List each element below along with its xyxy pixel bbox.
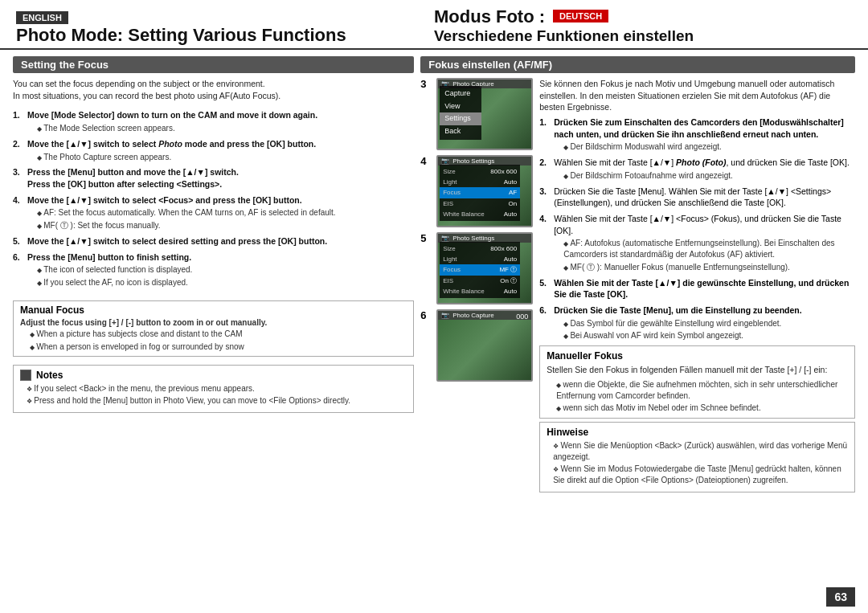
cam6-icon: 📷 [441,312,449,319]
hinweise-title: Hinweise [547,427,848,438]
de-steps-list: 1. Drücken Sie zum Einschalten des Camco… [539,116,855,341]
en-step-1: 1. Move [Mode Selector] down to turn on … [13,109,414,133]
cam5-icon: 📷 [441,235,449,242]
cam-screen-step5: 📷 Photo Settings Size800x 600 LightAuto … [436,232,533,304]
manual-focus-box: Manual Focus Adjust the focus using [+] … [13,300,414,357]
cam-screen-step4: 📷 Photo Settings Size800x 600 LightAuto … [436,155,533,227]
camera-screens: 3 📷 Photo Capture Capture View Settings [420,78,533,492]
modus-foto-line: Modus Foto : DEUTSCH [434,6,852,27]
de-step-5: 5. Wählen Sie mit der Taste [▲/▼] die ge… [539,277,855,300]
de-step-3: 3. Drücken Sie die Taste [Menu]. Wählen … [539,186,855,209]
header-right: Modus Foto : DEUTSCH Verschiedene Funkti… [434,6,852,45]
notes-icon [20,370,31,381]
english-badge: ENGLISH [16,11,434,26]
right-content-area: 3 📷 Photo Capture Capture View Settings [420,78,855,492]
en-step-3: 3. Press the [Menu] button and move the … [13,166,414,190]
en-step-6: 6. Press the [Menu] button to finish set… [13,251,414,288]
en-step-2: 2. Move the [▲/▼] switch to select Photo… [13,138,414,162]
page-number: 63 [826,587,855,607]
notes-item-2: Press and hold the [Menu] button in Phot… [20,395,407,407]
de-lang-badge: DEUTSCH [553,10,608,22]
notes-title: Notes [20,370,407,381]
manual-focus-title: Manual Focus [20,304,407,316]
cam3-menu: Capture View Settings Back [440,86,481,140]
header-left: ENGLISH Photo Mode: Setting Various Func… [16,11,434,45]
en-focus-intro: You can set the focus depending on the s… [13,78,414,101]
de-subtitle: Verschiedene Funktionen einstellen [434,27,852,45]
en-step-4: 4. Move the [▲/▼] switch to select <Focu… [13,194,414,231]
de-step-2: 2. Wählen Sie mit der Taste [▲/▼] Photo … [539,157,855,181]
manueller-fokus-b2: wenn sich das Motiv im Nebel oder im Sch… [547,403,848,414]
cam-screen-step6: 📷 Photo Capture 000 [436,309,533,382]
cam4-icon: 📷 [441,157,449,165]
de-step-4: 4. Wählen Sie mit der Taste [▲/▼] <Focus… [539,213,855,272]
cam-screen-step3: 📷 Photo Capture Capture View Settings Ba… [436,78,533,150]
en-focus-section-header: Setting the Focus [13,56,414,73]
manual-focus-bullet-1: When a picture has subjects close and di… [20,329,407,340]
screen-step-3: 3 📷 Photo Capture Capture View Settings [420,78,533,150]
de-fokus-intro: Sie können den Fokus je nach Motiv und U… [539,78,855,113]
en-main-title: Photo Mode: Setting Various Functions [16,26,434,45]
hinweise-item-1: Wenn Sie die Menüoption <Back> (Zurück) … [547,440,848,462]
manueller-fokus-title: Manueller Fokus [547,350,848,362]
de-text-area: Sie können den Fokus je nach Motiv und U… [539,78,855,492]
manual-focus-text: Adjust the focus using [+] / [-] button … [20,318,407,327]
screen-step-4: 4 📷 Photo Settings Size800x 600 LightAut… [420,155,533,227]
cam5-title: Photo Settings [452,235,494,242]
de-fokus-section-header: Fokus einstellen (AF/MF) [420,56,855,73]
cam5-settings: Size800x 600 LightAuto FocusMF Ⓣ EISOn Ⓣ… [440,242,520,298]
manueller-fokus-box: Manueller Fokus Stellen Sie den Fokus in… [539,345,855,419]
right-column: Fokus einstellen (AF/MF) 3 📷 Photo Captu… [420,56,855,608]
page-header: ENGLISH Photo Mode: Setting Various Func… [0,0,868,50]
screen-step-6: 6 📷 Photo Capture 000 [420,309,533,382]
en-step-5: 5. Move the [▲/▼] switch to select desir… [13,235,414,247]
de-modus-foto: Modus Foto : [434,6,545,27]
main-content: Setting the Focus You can set the focus … [0,50,868,613]
notes-box: Notes If you select <Back> in the menu, … [13,365,414,414]
cam6-title: Photo Capture [452,312,494,319]
notes-item-1: If you select <Back> in the menu, the pr… [20,383,407,394]
cam4-title: Photo Settings [452,157,494,165]
de-main-title: Modus Foto : DEUTSCH Verschiedene Funkti… [434,6,852,45]
screen-step-5: 5 📷 Photo Settings Size800x 600 LightAut… [420,232,533,304]
manual-focus-bullet-2: When a person is enveloped in fog or sur… [20,341,407,353]
hinweise-box: Hinweise Wenn Sie die Menüoption <Back> … [539,422,855,492]
left-column: Setting the Focus You can set the focus … [13,56,414,608]
de-step-6: 6. Drücken Sie die Taste [Menu], um die … [539,304,855,341]
manueller-fokus-text: Stellen Sie den Fokus in folgenden Fälle… [547,364,848,376]
en-steps-list: 1. Move [Mode Selector] down to turn on … [13,109,414,292]
cam4-settings: Size800x 600 LightAuto FocusAF EISOn Whi… [440,165,520,221]
de-step-1: 1. Drücken Sie zum Einschalten des Camco… [539,116,855,153]
manueller-fokus-b1: wenn die Objekte, die Sie aufnehmen möch… [547,379,848,401]
hinweise-item-2: Wenn Sie im Modus Fotowiedergabe die Tas… [547,464,848,485]
en-lang-badge: ENGLISH [16,11,68,24]
